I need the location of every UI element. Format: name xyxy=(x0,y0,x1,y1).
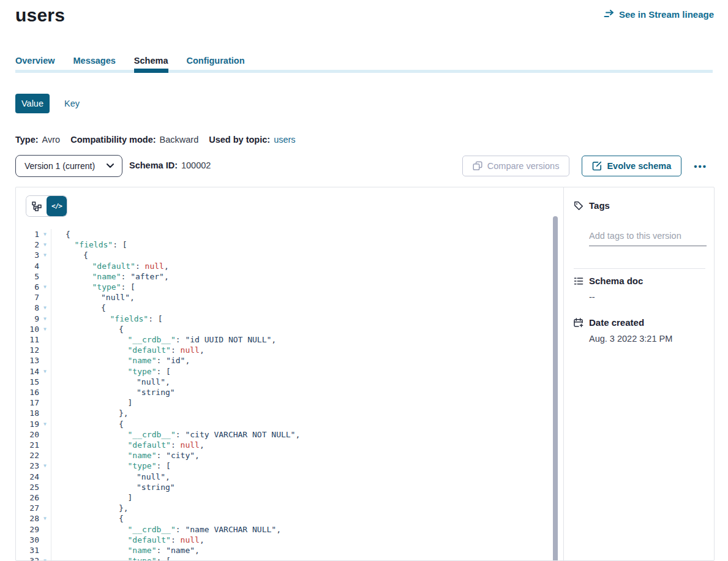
collapse-arrow-icon[interactable]: ▼ xyxy=(39,303,51,313)
collapse-arrow-placeholder xyxy=(39,261,51,271)
code-content: { xyxy=(51,303,563,313)
code-content: "null", xyxy=(51,292,563,303)
code-line: 7"null", xyxy=(16,292,563,303)
meta-used-by-topic: Used by topic: users xyxy=(209,135,295,145)
collapse-arrow-icon[interactable]: ▼ xyxy=(39,250,51,260)
code-content: { xyxy=(51,419,563,429)
line-number: 21 xyxy=(16,440,39,450)
line-number: 11 xyxy=(16,334,39,345)
code-line: 27}, xyxy=(16,503,563,513)
line-number: 13 xyxy=(16,355,39,366)
code-content: "name": "name", xyxy=(51,545,563,555)
collapse-arrow-placeholder xyxy=(39,429,51,440)
collapse-arrow-icon[interactable]: ▼ xyxy=(39,461,51,471)
code-content: { xyxy=(51,513,563,524)
code-line: 9▼"fields": [ xyxy=(16,314,563,324)
code-line: 1▼{ xyxy=(16,229,563,239)
collapse-arrow-icon[interactable]: ▼ xyxy=(39,419,51,429)
code-line: 24"null", xyxy=(16,472,563,482)
code-content: "__crdb__": "name VARCHAR NULL", xyxy=(51,524,563,535)
stream-lineage-icon xyxy=(604,10,615,19)
collapse-arrow-placeholder xyxy=(39,524,51,535)
line-number: 26 xyxy=(16,492,39,503)
schema-doc-section: Schema doc -- xyxy=(564,276,715,302)
topic-link[interactable]: users xyxy=(274,135,295,145)
collapse-arrow-icon[interactable]: ▼ xyxy=(39,314,51,324)
collapse-arrow-icon[interactable]: ▼ xyxy=(39,513,51,524)
schema-panel: </> 1▼{2▼"fields": [3▼{4"default": null,… xyxy=(15,187,715,561)
line-number: 8 xyxy=(16,303,39,313)
page-title: users xyxy=(15,5,65,26)
line-number: 19 xyxy=(16,419,39,429)
code-line: 12"default": null, xyxy=(16,345,563,355)
collapse-arrow-placeholder xyxy=(39,334,51,345)
collapse-arrow-icon[interactable]: ▼ xyxy=(39,282,51,292)
line-number: 16 xyxy=(16,387,39,397)
collapse-arrow-icon[interactable]: ▼ xyxy=(39,555,51,560)
code-content: "string" xyxy=(51,482,563,492)
schema-id-label: Schema ID: xyxy=(129,160,178,170)
collapse-arrow-placeholder xyxy=(39,345,51,355)
compare-versions-button[interactable]: Compare versions xyxy=(462,156,570,176)
line-number: 20 xyxy=(16,429,39,440)
schema-id: Schema ID: 100002 xyxy=(129,160,211,170)
line-number: 28 xyxy=(16,513,39,524)
compare-versions-icon xyxy=(473,161,482,171)
code-content: "default": null, xyxy=(51,261,563,271)
code-content: "name": "city", xyxy=(51,450,563,461)
collapse-arrow-placeholder xyxy=(39,397,51,408)
code-line: 22"name": "city", xyxy=(16,450,563,461)
code-content: }, xyxy=(51,503,563,513)
collapse-arrow-icon[interactable]: ▼ xyxy=(39,229,51,239)
code-line: 13"name": "id", xyxy=(16,355,563,366)
date-created-heading: Date created xyxy=(589,317,644,328)
collapse-arrow-placeholder xyxy=(39,408,51,418)
code-line: 32▼"type": [ xyxy=(16,555,563,560)
code-content: "null", xyxy=(51,377,563,387)
line-number: 7 xyxy=(16,292,39,303)
code-line: 10▼{ xyxy=(16,324,563,334)
stream-lineage-link[interactable]: See in Stream lineage xyxy=(604,9,714,20)
code-content: ] xyxy=(51,492,563,503)
editor-scrollbar[interactable] xyxy=(553,216,558,561)
compatibility-value: Backward xyxy=(160,135,199,145)
version-select[interactable]: Version 1 (current) xyxy=(15,155,122,177)
key-tab-button[interactable]: Key xyxy=(64,99,80,108)
collapse-arrow-placeholder xyxy=(39,377,51,387)
code-content: ] xyxy=(51,397,563,408)
collapse-arrow-placeholder xyxy=(39,492,51,503)
code-line: 16"string" xyxy=(16,387,563,397)
more-options-button[interactable]: ••• xyxy=(694,161,707,171)
evolve-schema-button[interactable]: Evolve schema xyxy=(582,156,681,176)
collapse-arrow-icon[interactable]: ▼ xyxy=(39,366,51,377)
line-number: 10 xyxy=(16,324,39,334)
line-number: 23 xyxy=(16,461,39,471)
code-line: 4"default": null, xyxy=(16,261,563,271)
collapse-arrow-placeholder xyxy=(39,535,51,545)
code-content: "name": "id", xyxy=(51,355,563,366)
code-view-button[interactable]: </> xyxy=(47,196,67,216)
tree-view-button[interactable] xyxy=(26,196,47,216)
code-line: 23▼"type": [ xyxy=(16,461,563,471)
version-select-value: Version 1 (current) xyxy=(24,161,95,171)
line-number: 2 xyxy=(16,239,39,250)
code-content: "null", xyxy=(51,472,563,482)
add-tags-input[interactable] xyxy=(589,231,707,246)
schema-view-toggle: </> xyxy=(26,196,67,216)
code-content: { xyxy=(51,324,563,334)
code-line: 19▼{ xyxy=(16,419,563,429)
collapse-arrow-icon[interactable]: ▼ xyxy=(39,324,51,334)
sidebar-divider xyxy=(574,268,705,269)
collapse-arrow-placeholder xyxy=(39,271,51,282)
active-tab-indicator xyxy=(134,69,168,73)
line-number: 4 xyxy=(16,261,39,271)
value-tab-button[interactable]: Value xyxy=(15,94,50,113)
code-content: "type": [ xyxy=(51,366,563,377)
code-content: "type": [ xyxy=(51,461,563,471)
collapse-arrow-icon[interactable]: ▼ xyxy=(39,239,51,250)
used-by-topic-label: Used by topic: xyxy=(209,135,270,145)
code-content: "__crdb__": "id UUID NOT NULL", xyxy=(51,334,563,345)
meta-compatibility: Compatibility mode: Backward xyxy=(70,135,198,145)
line-number: 12 xyxy=(16,345,39,355)
schema-code-editor[interactable]: 1▼{2▼"fields": [3▼{4"default": null,5"na… xyxy=(16,229,563,560)
